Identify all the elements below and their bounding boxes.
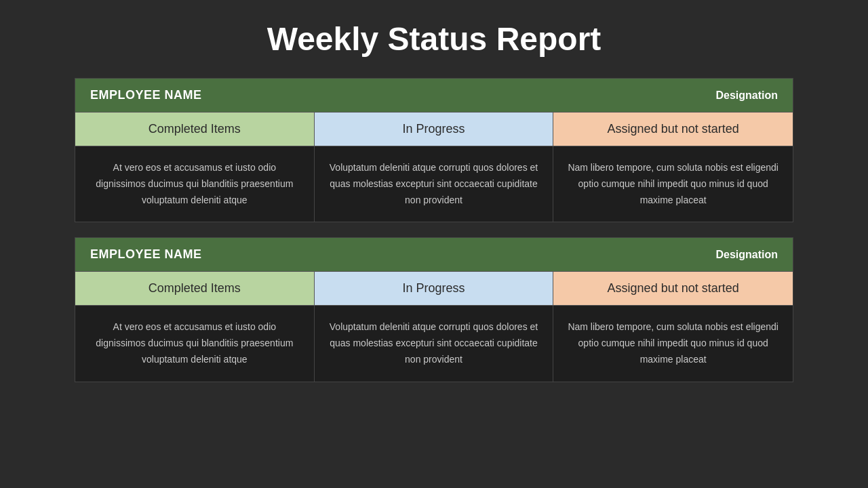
employee-name-1: EMPLOYEE NAME — [90, 88, 202, 102]
col-content-inprogress-1: Voluptatum deleniti atque corrupti quos … — [315, 146, 554, 222]
employee-header-2: EMPLOYEE NAME Designation — [75, 238, 793, 271]
col-header-completed-2: Completed Items — [75, 272, 315, 305]
col-header-assigned-2: Assigned but not started — [553, 272, 793, 305]
report-container: EMPLOYEE NAME Designation Completed Item… — [75, 78, 793, 382]
employee-header-1: EMPLOYEE NAME Designation — [75, 79, 793, 112]
col-content-inprogress-2: Voluptatum deleniti atque corrupti quos … — [315, 306, 554, 381]
page-title: Weekly Status Report — [267, 20, 601, 58]
col-header-assigned-1: Assigned but not started — [553, 113, 793, 146]
columns-header-1: Completed Items In Progress Assigned but… — [75, 112, 793, 146]
columns-content-2: At vero eos et accusamus et iusto odio d… — [75, 305, 793, 381]
employee-designation-1: Designation — [715, 89, 778, 102]
employee-name-2: EMPLOYEE NAME — [90, 247, 202, 262]
col-content-assigned-1: Nam libero tempore, cum soluta nobis est… — [553, 146, 793, 222]
employee-designation-2: Designation — [715, 249, 778, 261]
col-header-completed-1: Completed Items — [75, 113, 315, 146]
columns-header-2: Completed Items In Progress Assigned but… — [75, 271, 793, 305]
col-content-completed-1: At vero eos et accusamus et iusto odio d… — [75, 146, 315, 222]
col-header-inprogress-1: In Progress — [315, 113, 554, 146]
employee-block-2: EMPLOYEE NAME Designation Completed Item… — [75, 237, 793, 382]
col-header-inprogress-2: In Progress — [315, 272, 554, 305]
col-content-completed-2: At vero eos et accusamus et iusto odio d… — [75, 306, 315, 381]
col-content-assigned-2: Nam libero tempore, cum soluta nobis est… — [553, 306, 793, 381]
columns-content-1: At vero eos et accusamus et iusto odio d… — [75, 146, 793, 222]
employee-block-1: EMPLOYEE NAME Designation Completed Item… — [75, 78, 793, 222]
